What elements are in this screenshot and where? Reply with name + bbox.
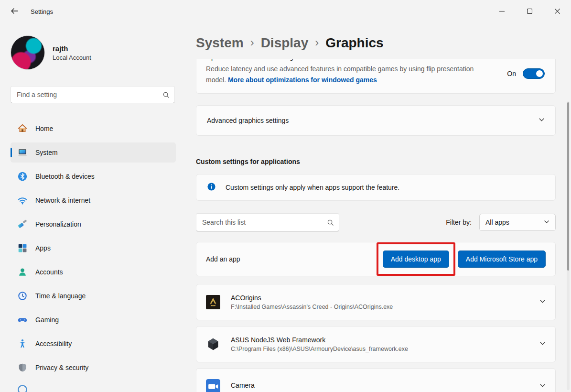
info-icon [207, 182, 216, 193]
optimizations-toggle-group: On [507, 68, 545, 79]
sidebar-item-system[interactable]: System [11, 142, 176, 163]
sidebar-item-personalization[interactable]: Personalization [11, 214, 176, 234]
sidebar-item-bluetooth-devices[interactable]: Bluetooth & devices [11, 166, 176, 186]
system-icon [17, 147, 28, 158]
chevron-down-icon[interactable] [539, 298, 546, 306]
game-controller-icon [17, 315, 28, 325]
breadcrumb-display[interactable]: Display [261, 33, 309, 53]
maximize-button[interactable] [516, 0, 543, 23]
sidebar-nav: Home System Bluetooth & devices Network … [11, 119, 176, 378]
minimize-icon [499, 8, 505, 15]
optimizations-card: Optimizations for windowed games Reduce … [196, 59, 556, 94]
app-name: ASUS NodeJS Web Framework [231, 336, 529, 344]
app-path: C:\Program Files (x86)\ASUS\ArmouryDevic… [231, 346, 529, 352]
vertical-scrollbar [567, 101, 570, 390]
sidebar-item-label: Accessibility [35, 340, 72, 348]
breadcrumb-system[interactable]: System [196, 33, 244, 53]
back-button[interactable] [5, 3, 24, 20]
chevron-down-icon [544, 218, 549, 226]
maximize-icon [527, 8, 532, 15]
app-row-asus-nodejs[interactable]: ASUS NodeJS Web Framework C:\Program Fil… [196, 326, 556, 362]
add-desktop-app-button[interactable]: Add desktop app [383, 250, 449, 268]
clock-icon [17, 291, 28, 301]
toggle-state-label: On [507, 70, 516, 77]
close-button[interactable] [543, 0, 571, 23]
breadcrumb-separator-icon: › [250, 33, 254, 52]
add-app-label: Add an app [206, 255, 383, 263]
filter-dropdown[interactable]: All apps [479, 214, 556, 231]
camera-app-icon [206, 379, 220, 392]
sidebar-item-accounts[interactable]: Accounts [11, 262, 176, 282]
app-name: Camera [231, 381, 529, 389]
app-row-camera[interactable]: Camera [196, 368, 556, 392]
sidebar-item-label: System [35, 149, 58, 156]
list-search-input[interactable] [196, 214, 339, 231]
filter-dropdown-value: All apps [485, 218, 509, 226]
sidebar-item-network-internet[interactable]: Network & internet [11, 190, 176, 210]
sidebar-item-label: Privacy & security [35, 364, 88, 371]
app-info: ASUS NodeJS Web Framework C:\Program Fil… [231, 336, 529, 352]
chevron-down-icon[interactable] [539, 340, 546, 348]
paintbrush-icon [17, 219, 28, 229]
accessibility-person-icon [17, 338, 28, 349]
list-search [196, 213, 339, 231]
acorigins-app-icon [206, 295, 220, 309]
sidebar: rajth Local Account Home System Bluetoot… [0, 23, 182, 392]
bluetooth-icon [17, 171, 28, 182]
window-controls [488, 0, 571, 23]
optimizations-learn-more-link[interactable]: More about optimizations for windowed ga… [228, 76, 377, 84]
asus-app-icon [206, 337, 220, 351]
user-account[interactable]: rajth Local Account [11, 35, 176, 70]
sidebar-item-home[interactable]: Home [11, 119, 176, 139]
sidebar-item-label: Network & internet [35, 196, 90, 204]
chevron-down-icon[interactable] [539, 117, 545, 124]
titlebar: Settings [0, 0, 571, 23]
search-icon [162, 91, 170, 100]
settings-search-input[interactable] [11, 87, 174, 103]
info-banner: Custom settings only apply when apps sup… [196, 174, 556, 201]
app-info: ACOrigins F:\Installed Games\Assassin's … [231, 294, 529, 310]
add-store-app-button[interactable]: Add Microsoft Store app [458, 250, 546, 268]
optimizations-toggle[interactable] [523, 68, 545, 79]
user-name: rajth [53, 44, 91, 53]
sidebar-item-label: Gaming [35, 316, 59, 324]
advanced-graphics-card[interactable]: Advanced graphics settings [196, 105, 556, 136]
list-controls-row: Filter by: All apps [196, 213, 556, 231]
sidebar-item-apps[interactable]: Apps [11, 238, 176, 258]
page-title: Graphics [325, 33, 383, 53]
sidebar-item-accessibility[interactable]: Accessibility [11, 334, 176, 354]
app-row-acorigins[interactable]: ACOrigins F:\Installed Games\Assassin's … [196, 284, 556, 320]
wifi-icon [17, 195, 28, 206]
back-arrow-icon [11, 7, 18, 16]
home-icon [17, 123, 28, 134]
settings-search [11, 86, 175, 103]
chevron-down-icon[interactable] [539, 382, 546, 390]
filter-group: Filter by: All apps [446, 214, 556, 231]
settings-scroll-area: Optimizations for windowed games Reduce … [196, 59, 556, 392]
breadcrumb-separator-icon: › [315, 33, 319, 52]
add-app-card: Add an app Add desktop app Add Microsoft… [196, 242, 556, 276]
minimize-button[interactable] [488, 0, 516, 23]
sidebar-item-label: Personalization [35, 220, 81, 228]
sidebar-item-time-language[interactable]: Time & language [11, 286, 176, 306]
app-info: Camera [231, 381, 529, 391]
scrollbar-thumb[interactable] [567, 102, 569, 271]
sidebar-item-privacy-security[interactable]: Privacy & security [11, 358, 176, 378]
user-account-type: Local Account [53, 54, 91, 61]
avatar [11, 35, 45, 70]
sidebar-item-label: Time & language [35, 292, 86, 300]
main-content: System › Display › Graphics Optimization… [182, 23, 571, 392]
info-banner-text: Custom settings only apply when apps sup… [226, 184, 399, 191]
sidebar-item-label: Apps [35, 244, 51, 252]
windows-update-icon [17, 384, 28, 392]
advanced-graphics-title: Advanced graphics settings [207, 117, 289, 124]
sidebar-item-label: Bluetooth & devices [35, 173, 95, 180]
app-name: ACOrigins [231, 294, 529, 302]
shield-icon [17, 362, 28, 373]
search-icon [327, 219, 334, 228]
close-icon [555, 8, 560, 15]
sidebar-item-gaming[interactable]: Gaming [11, 310, 176, 330]
breadcrumb: System › Display › Graphics [196, 33, 384, 53]
filter-by-label: Filter by: [446, 218, 472, 226]
window-title: Settings [31, 8, 53, 15]
